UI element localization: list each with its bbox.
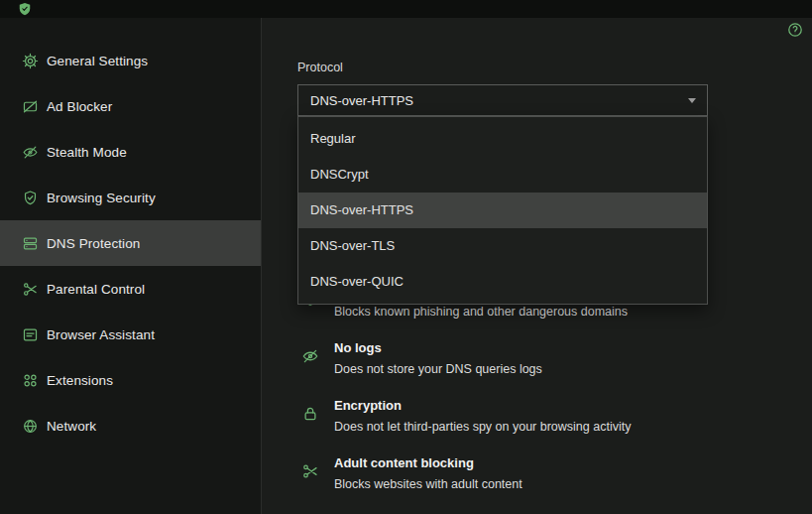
stealth-eye-icon <box>22 144 39 161</box>
dropdown-option-dnscrypt[interactable]: DNSCrypt <box>298 157 707 193</box>
protocol-select-value: DNS-over-HTTPS <box>310 93 413 108</box>
dns-server-icon <box>22 235 39 252</box>
feature-encryption: Encryption Does not let third-parties sp… <box>301 397 631 436</box>
chevron-down-icon <box>688 98 696 103</box>
no-logs-eye-icon <box>301 347 319 365</box>
sidebar-item-browsing-security[interactable]: Browsing Security <box>0 175 261 220</box>
protocol-dropdown-panel: Regular DNSCrypt DNS-over-HTTPS DNS-over… <box>297 116 708 305</box>
scissors-icon <box>301 462 319 480</box>
sidebar-item-parental-control[interactable]: Parental Control <box>0 266 261 312</box>
sidebar-item-label: Ad Blocker <box>47 99 112 114</box>
ad-blocker-icon <box>22 98 39 115</box>
sidebar-item-label: General Settings <box>47 54 148 68</box>
feature-description: Blocks websites with adult content <box>334 475 522 493</box>
feature-title: No logs <box>334 339 542 357</box>
shield-check-icon <box>22 190 39 206</box>
sidebar-item-label: Browser Assistant <box>47 327 155 342</box>
sidebar-item-stealth-mode[interactable]: Stealth Mode <box>0 129 261 175</box>
dns-protection-page: Protocol DNS-over-HTTPS Blocks known phi… <box>262 18 812 514</box>
sidebar-item-dns-protection[interactable]: DNS Protection <box>0 220 261 266</box>
dropdown-option-dns-over-quic[interactable]: DNS-over-QUIC <box>298 264 707 300</box>
lock-icon <box>301 405 319 423</box>
dropdown-option-dns-over-https[interactable]: DNS-over-HTTPS <box>298 193 707 228</box>
adguard-logo-icon <box>18 2 32 16</box>
feature-description: Blocks known phishing and other dangerou… <box>334 303 628 321</box>
browser-window-icon <box>22 326 39 343</box>
sidebar-item-general-settings[interactable]: General Settings <box>0 38 261 83</box>
feature-title: Encryption <box>334 397 631 415</box>
sidebar-item-ad-blocker[interactable]: Ad Blocker <box>0 83 261 129</box>
protocol-select[interactable]: DNS-over-HTTPS <box>297 84 708 116</box>
sidebar-item-label: Browsing Security <box>47 191 156 205</box>
globe-icon <box>22 418 39 435</box>
sidebar-item-label: Network <box>47 419 96 434</box>
sidebar-item-browser-assistant[interactable]: Browser Assistant <box>0 312 261 357</box>
sidebar-item-extensions[interactable]: Extensions <box>0 357 261 403</box>
gear-icon <box>22 53 39 69</box>
dropdown-option-dns-over-tls[interactable]: DNS-over-TLS <box>298 228 707 264</box>
feature-description: Does not let third-parties spy on your b… <box>334 418 631 436</box>
protocol-label: Protocol <box>297 61 343 74</box>
support-icon[interactable] <box>786 21 804 39</box>
feature-title: Adult content blocking <box>334 454 522 472</box>
sidebar-item-label: DNS Protection <box>47 236 140 251</box>
feature-no-logs: No logs Does not store your DNS queries … <box>301 339 542 378</box>
sidebar-item-network[interactable]: Network <box>0 403 261 449</box>
feature-adult-content-blocking: Adult content blocking Blocks websites w… <box>301 454 522 493</box>
scissors-icon <box>22 281 39 298</box>
sidebar: General Settings Ad Blocker Stealth Mode <box>0 18 262 514</box>
sidebar-item-label: Stealth Mode <box>47 145 127 160</box>
title-bar <box>0 0 812 18</box>
sidebar-item-label: Extensions <box>47 373 113 388</box>
extensions-grid-icon <box>22 372 39 389</box>
sidebar-item-label: Parental Control <box>47 282 145 297</box>
feature-description: Does not store your DNS queries logs <box>334 360 542 378</box>
dropdown-option-regular[interactable]: Regular <box>298 121 707 157</box>
